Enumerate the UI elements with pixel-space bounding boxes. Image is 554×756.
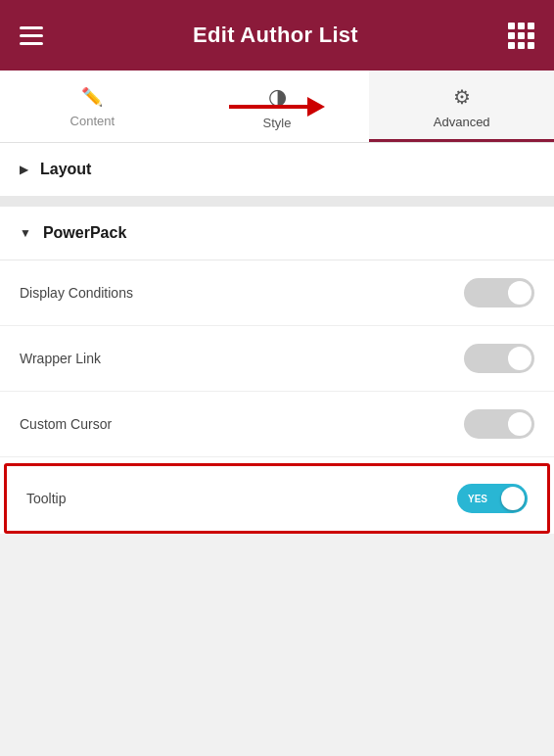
custom-cursor-label: Custom Cursor [20, 416, 112, 432]
tooltip-toggle-value: YES [468, 494, 487, 504]
layout-section-title: Layout [40, 161, 91, 178]
section-divider [0, 197, 554, 207]
app-header: Edit Author List [0, 0, 554, 71]
display-conditions-toggle-knob [508, 281, 531, 305]
powerpack-title: PowerPack [43, 224, 126, 242]
powerpack-header[interactable]: ▼ PowerPack [0, 207, 554, 260]
tooltip-label: Tooltip [26, 491, 66, 506]
setting-row-tooltip: Tooltip YES [4, 463, 550, 534]
main-content: ▶ Layout ▼ PowerPack Display Conditions … [0, 143, 554, 534]
tooltip-toggle-knob [501, 487, 525, 510]
grid-icon[interactable] [508, 23, 534, 49]
tab-style[interactable]: ◑ Style [185, 71, 370, 142]
layout-chevron-icon: ▶ [20, 163, 28, 176]
tab-advanced-label: Advanced [434, 115, 490, 129]
page-title: Edit Author List [193, 23, 358, 48]
layout-section-header[interactable]: ▶ Layout [0, 143, 554, 197]
setting-row-wrapper-link: Wrapper Link NO [0, 326, 554, 392]
setting-row-display-conditions: Display Conditions NO [0, 260, 554, 326]
display-conditions-label: Display Conditions [20, 285, 133, 301]
display-conditions-toggle[interactable]: NO [464, 278, 534, 307]
setting-row-custom-cursor: Custom Cursor NO [0, 392, 554, 457]
tooltip-toggle[interactable]: YES [457, 484, 528, 513]
tab-content[interactable]: ✏️ Content [0, 71, 185, 142]
hamburger-icon[interactable] [20, 22, 43, 50]
pencil-icon: ✏️ [81, 86, 103, 108]
wrapper-link-toggle-knob [508, 347, 531, 370]
wrapper-link-label: Wrapper Link [20, 351, 101, 366]
tab-style-label: Style [263, 116, 292, 130]
gear-icon: ⚙ [453, 85, 471, 109]
powerpack-section: ▼ PowerPack Display Conditions NO Wrappe… [0, 207, 554, 534]
halfcircle-icon: ◑ [268, 84, 287, 110]
custom-cursor-toggle-knob [508, 412, 531, 436]
tab-advanced[interactable]: ⚙ Advanced [369, 71, 554, 142]
custom-cursor-toggle[interactable]: NO [464, 409, 534, 439]
powerpack-chevron-icon: ▼ [20, 226, 31, 240]
wrapper-link-toggle[interactable]: NO [464, 344, 534, 373]
tab-bar: ✏️ Content ◑ Style ⚙ Advanced [0, 71, 554, 143]
arrow-head [307, 97, 325, 117]
tab-content-label: Content [70, 114, 115, 128]
